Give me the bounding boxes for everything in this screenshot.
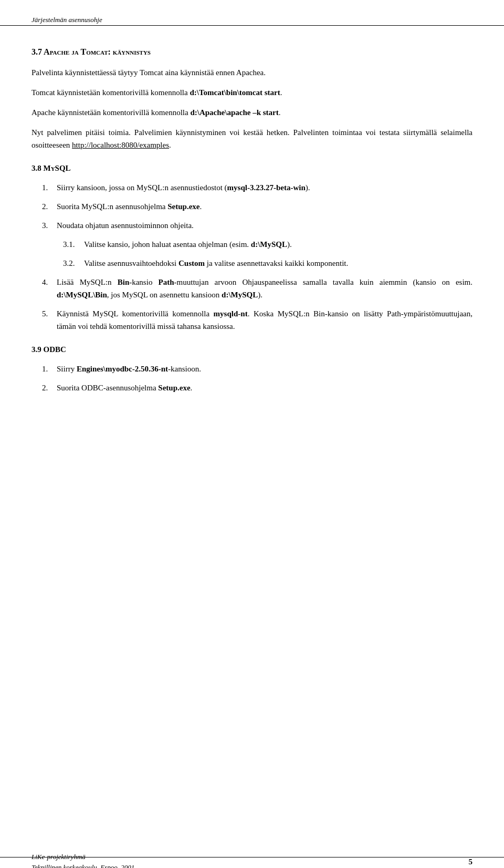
paragraph-4: Nyt palvelimen pitäisi toimia. Palvelimi… <box>32 126 472 151</box>
odbc-item-1-num: 1. <box>42 363 57 375</box>
paragraph-1: Palvelinta käynnistettäessä täytyy Tomca… <box>32 66 472 79</box>
header: Järjestelmän asennusohje <box>32 16 102 24</box>
path-bold: Path <box>159 278 174 286</box>
odbc-item-2-num: 2. <box>42 381 57 394</box>
top-border <box>0 25 504 26</box>
page: Järjestelmän asennusohje 3.7 Apache ja T… <box>0 11 504 868</box>
mysql-item-5-num: 5. <box>42 307 57 333</box>
paragraph-3-text: Apache käynnistetään komentorivillä kome… <box>32 108 281 117</box>
odbc-item-1-text: Siirry Engines\myodbc-2.50.36-nt-kansioo… <box>57 363 472 375</box>
section-37-label: 3.7 Apache ja Tomcat: käynnistys <box>32 47 151 56</box>
mysql-sub-item-32: 3.2. Valitse asennusvaihtoehdoksi Custom… <box>63 257 472 270</box>
mysql-item-1-num: 1. <box>42 181 57 194</box>
odbc-item-1: 1. Siirry Engines\myodbc-2.50.36-nt-kans… <box>42 363 472 375</box>
tomcat-cmd: d:\Tomcat\bin\tomcat start <box>190 88 280 97</box>
mysql-item-1-text: Siirry kansioon, jossa on MySQL:n asennu… <box>57 181 472 194</box>
footer-location: Teknillinen korkeakoulu, Espoo, 2001 <box>32 862 134 869</box>
mysql-item-4-num: 4. <box>42 276 57 301</box>
setup-exe-2: Setup.exe <box>158 384 190 392</box>
mysql-sub-item-31-text: Valitse kansio, johon haluat asentaa ohj… <box>84 238 472 251</box>
mysql-item-5: 5. Käynnistä MySQL komentorivillä komenn… <box>42 307 472 333</box>
mysql-item-3-num: 3. <box>42 219 57 232</box>
setup-exe-1: Setup.exe <box>167 202 200 211</box>
section-37-title: 3.7 Apache ja Tomcat: käynnistys <box>32 47 472 57</box>
footer-left: LiKe-projektiryhmä Teknillinen korkeakou… <box>32 852 134 868</box>
paragraph-3: Apache käynnistetään komentorivillä kome… <box>32 106 472 119</box>
mysql-sub-list: 3.1. Valitse kansio, johon haluat asenta… <box>42 238 472 270</box>
header-title: Järjestelmän asennusohje <box>32 16 102 24</box>
section-38-title: 3.8 MySQL <box>32 164 472 173</box>
mysql-item-5-text: Käynnistä MySQL komentorivillä komennoll… <box>57 307 472 333</box>
section-38-label: 3.8 MySQL <box>32 164 71 172</box>
mysql-item-1: 1. Siirry kansioon, jossa on MySQL:n ase… <box>42 181 472 194</box>
odbc-item-2-text: Suorita ODBC-asennusohjelma Setup.exe. <box>57 381 472 394</box>
mysql-sub-item-32-text: Valitse asennusvaihtoehdoksi Custom ja v… <box>84 257 472 270</box>
footer: LiKe-projektiryhmä Teknillinen korkeakou… <box>0 852 504 868</box>
localhost-link[interactable]: http://localhost:8080/examples <box>72 141 169 149</box>
mysql-list: 1. Siirry kansioon, jossa on MySQL:n ase… <box>32 181 472 333</box>
mysql-item-2: 2. Suorita MySQL:n asennusohjelma Setup.… <box>42 200 472 213</box>
dmysql-bold: d:\MySQL <box>251 240 287 249</box>
custom-bold: Custom <box>178 259 205 267</box>
engines-myodbc-bold: Engines\myodbc-2.50.36-nt <box>77 365 168 373</box>
paragraph-4-text: Nyt palvelimen pitäisi toimia. Palvelimi… <box>32 128 472 149</box>
dmysqlbin-bold: d:\MySQL\Bin <box>57 291 107 299</box>
apache-cmd: d:\Apache\apache –k start <box>190 108 278 117</box>
mysql-folder-bold: mysql-3.23.27-beta-win <box>227 183 306 192</box>
paragraph-1-text: Palvelinta käynnistettäessä täytyy Tomca… <box>32 68 266 77</box>
mysql-sub-item-32-num: 3.2. <box>63 257 84 270</box>
mysql-item-4: 4. Lisää MySQL:n Bin-kansio Path-muuttuj… <box>42 276 472 301</box>
footer-page-number: 5 <box>469 857 473 866</box>
dmysql2-bold: d:\MySQL <box>222 291 258 299</box>
mysql-item-2-text: Suorita MySQL:n asennusohjelma Setup.exe… <box>57 200 472 213</box>
mysqld-nt-bold: mysqld-nt <box>214 309 248 318</box>
mysql-item-4-text: Lisää MySQL:n Bin-kansio Path-muuttujan … <box>57 276 472 301</box>
odbc-item-2: 2. Suorita ODBC-asennusohjelma Setup.exe… <box>42 381 472 394</box>
main-content: 3.7 Apache ja Tomcat: käynnistys Palveli… <box>0 11 504 442</box>
footer-org: LiKe-projektiryhmä <box>32 852 134 862</box>
bin-bold: Bin <box>118 278 130 286</box>
odbc-list: 1. Siirry Engines\myodbc-2.50.36-nt-kans… <box>32 363 472 394</box>
mysql-sub-item-31-num: 3.1. <box>63 238 84 251</box>
mysql-item-3: 3. Noudata ohjatun asennustoiminnon ohje… <box>42 219 472 232</box>
mysql-sub-item-31: 3.1. Valitse kansio, johon haluat asenta… <box>63 238 472 251</box>
section-39-label: 3.9 ODBC <box>32 345 66 354</box>
paragraph-2-text: Tomcat käynnistetään komentorivillä kome… <box>32 88 282 97</box>
mysql-item-3-text: Noudata ohjatun asennustoiminnon ohjeita… <box>57 219 472 232</box>
section-39-title: 3.9 ODBC <box>32 345 472 354</box>
paragraph-2: Tomcat käynnistetään komentorivillä kome… <box>32 86 472 99</box>
mysql-item-2-num: 2. <box>42 200 57 213</box>
